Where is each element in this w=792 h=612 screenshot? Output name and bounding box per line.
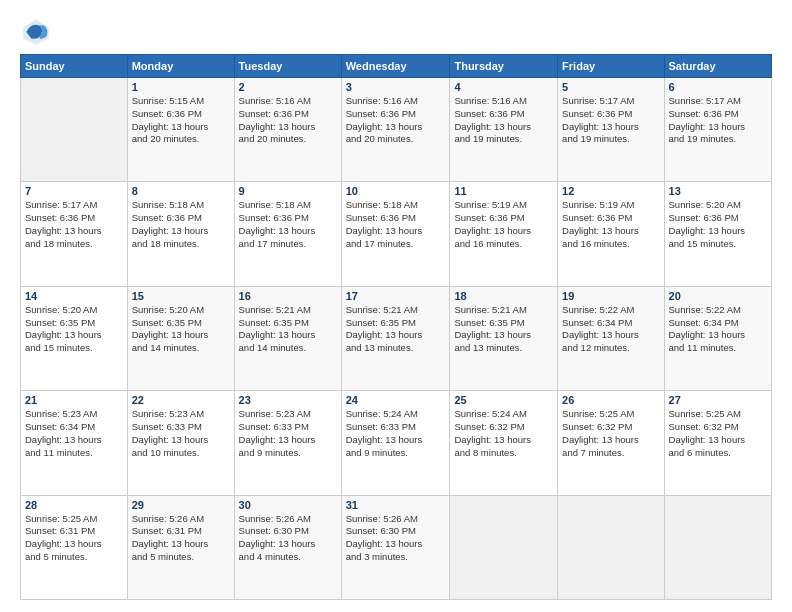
calendar-cell: 22Sunrise: 5:23 AM Sunset: 6:33 PM Dayli… xyxy=(127,391,234,495)
day-number: 27 xyxy=(669,394,767,406)
day-info: Sunrise: 5:21 AM Sunset: 6:35 PM Dayligh… xyxy=(239,304,337,355)
day-number: 5 xyxy=(562,81,659,93)
day-number: 19 xyxy=(562,290,659,302)
day-info: Sunrise: 5:26 AM Sunset: 6:30 PM Dayligh… xyxy=(239,513,337,564)
calendar-cell: 9Sunrise: 5:18 AM Sunset: 6:36 PM Daylig… xyxy=(234,182,341,286)
calendar-cell: 2Sunrise: 5:16 AM Sunset: 6:36 PM Daylig… xyxy=(234,78,341,182)
day-info: Sunrise: 5:18 AM Sunset: 6:36 PM Dayligh… xyxy=(239,199,337,250)
calendar-cell xyxy=(450,495,558,599)
page: SundayMondayTuesdayWednesdayThursdayFrid… xyxy=(0,0,792,612)
calendar-cell: 13Sunrise: 5:20 AM Sunset: 6:36 PM Dayli… xyxy=(664,182,771,286)
day-info: Sunrise: 5:24 AM Sunset: 6:32 PM Dayligh… xyxy=(454,408,553,459)
calendar-cell: 20Sunrise: 5:22 AM Sunset: 6:34 PM Dayli… xyxy=(664,286,771,390)
day-info: Sunrise: 5:21 AM Sunset: 6:35 PM Dayligh… xyxy=(346,304,446,355)
day-number: 4 xyxy=(454,81,553,93)
day-number: 18 xyxy=(454,290,553,302)
calendar-cell: 21Sunrise: 5:23 AM Sunset: 6:34 PM Dayli… xyxy=(21,391,128,495)
calendar-cell xyxy=(558,495,664,599)
calendar-cell: 14Sunrise: 5:20 AM Sunset: 6:35 PM Dayli… xyxy=(21,286,128,390)
day-info: Sunrise: 5:26 AM Sunset: 6:30 PM Dayligh… xyxy=(346,513,446,564)
day-number: 10 xyxy=(346,185,446,197)
calendar-cell: 24Sunrise: 5:24 AM Sunset: 6:33 PM Dayli… xyxy=(341,391,450,495)
calendar-cell: 18Sunrise: 5:21 AM Sunset: 6:35 PM Dayli… xyxy=(450,286,558,390)
calendar-cell: 27Sunrise: 5:25 AM Sunset: 6:32 PM Dayli… xyxy=(664,391,771,495)
day-number: 6 xyxy=(669,81,767,93)
calendar-cell xyxy=(21,78,128,182)
day-info: Sunrise: 5:16 AM Sunset: 6:36 PM Dayligh… xyxy=(454,95,553,146)
day-number: 14 xyxy=(25,290,123,302)
calendar-cell xyxy=(664,495,771,599)
calendar-cell: 29Sunrise: 5:26 AM Sunset: 6:31 PM Dayli… xyxy=(127,495,234,599)
day-header-saturday: Saturday xyxy=(664,55,771,78)
calendar-cell: 25Sunrise: 5:24 AM Sunset: 6:32 PM Dayli… xyxy=(450,391,558,495)
day-info: Sunrise: 5:16 AM Sunset: 6:36 PM Dayligh… xyxy=(346,95,446,146)
day-number: 22 xyxy=(132,394,230,406)
calendar-cell: 7Sunrise: 5:17 AM Sunset: 6:36 PM Daylig… xyxy=(21,182,128,286)
day-info: Sunrise: 5:20 AM Sunset: 6:36 PM Dayligh… xyxy=(669,199,767,250)
day-number: 31 xyxy=(346,499,446,511)
day-info: Sunrise: 5:18 AM Sunset: 6:36 PM Dayligh… xyxy=(346,199,446,250)
day-number: 15 xyxy=(132,290,230,302)
day-header-sunday: Sunday xyxy=(21,55,128,78)
day-info: Sunrise: 5:19 AM Sunset: 6:36 PM Dayligh… xyxy=(562,199,659,250)
day-number: 30 xyxy=(239,499,337,511)
calendar-week-1: 1Sunrise: 5:15 AM Sunset: 6:36 PM Daylig… xyxy=(21,78,772,182)
day-header-tuesday: Tuesday xyxy=(234,55,341,78)
calendar-week-2: 7Sunrise: 5:17 AM Sunset: 6:36 PM Daylig… xyxy=(21,182,772,286)
day-number: 29 xyxy=(132,499,230,511)
calendar-cell: 17Sunrise: 5:21 AM Sunset: 6:35 PM Dayli… xyxy=(341,286,450,390)
day-number: 7 xyxy=(25,185,123,197)
day-number: 26 xyxy=(562,394,659,406)
calendar-cell: 4Sunrise: 5:16 AM Sunset: 6:36 PM Daylig… xyxy=(450,78,558,182)
day-number: 24 xyxy=(346,394,446,406)
day-header-friday: Friday xyxy=(558,55,664,78)
day-info: Sunrise: 5:21 AM Sunset: 6:35 PM Dayligh… xyxy=(454,304,553,355)
calendar-cell: 5Sunrise: 5:17 AM Sunset: 6:36 PM Daylig… xyxy=(558,78,664,182)
day-header-thursday: Thursday xyxy=(450,55,558,78)
day-info: Sunrise: 5:23 AM Sunset: 6:33 PM Dayligh… xyxy=(132,408,230,459)
day-info: Sunrise: 5:22 AM Sunset: 6:34 PM Dayligh… xyxy=(669,304,767,355)
calendar-table: SundayMondayTuesdayWednesdayThursdayFrid… xyxy=(20,54,772,600)
day-info: Sunrise: 5:22 AM Sunset: 6:34 PM Dayligh… xyxy=(562,304,659,355)
day-number: 21 xyxy=(25,394,123,406)
calendar-cell: 26Sunrise: 5:25 AM Sunset: 6:32 PM Dayli… xyxy=(558,391,664,495)
calendar-cell: 28Sunrise: 5:25 AM Sunset: 6:31 PM Dayli… xyxy=(21,495,128,599)
day-info: Sunrise: 5:25 AM Sunset: 6:32 PM Dayligh… xyxy=(669,408,767,459)
day-info: Sunrise: 5:19 AM Sunset: 6:36 PM Dayligh… xyxy=(454,199,553,250)
calendar-week-5: 28Sunrise: 5:25 AM Sunset: 6:31 PM Dayli… xyxy=(21,495,772,599)
day-number: 20 xyxy=(669,290,767,302)
day-info: Sunrise: 5:20 AM Sunset: 6:35 PM Dayligh… xyxy=(132,304,230,355)
day-number: 23 xyxy=(239,394,337,406)
day-info: Sunrise: 5:26 AM Sunset: 6:31 PM Dayligh… xyxy=(132,513,230,564)
day-number: 1 xyxy=(132,81,230,93)
calendar-cell: 10Sunrise: 5:18 AM Sunset: 6:36 PM Dayli… xyxy=(341,182,450,286)
day-info: Sunrise: 5:24 AM Sunset: 6:33 PM Dayligh… xyxy=(346,408,446,459)
header xyxy=(20,16,772,48)
calendar-cell: 16Sunrise: 5:21 AM Sunset: 6:35 PM Dayli… xyxy=(234,286,341,390)
calendar-cell: 3Sunrise: 5:16 AM Sunset: 6:36 PM Daylig… xyxy=(341,78,450,182)
day-number: 12 xyxy=(562,185,659,197)
day-info: Sunrise: 5:17 AM Sunset: 6:36 PM Dayligh… xyxy=(669,95,767,146)
day-info: Sunrise: 5:16 AM Sunset: 6:36 PM Dayligh… xyxy=(239,95,337,146)
calendar-cell: 23Sunrise: 5:23 AM Sunset: 6:33 PM Dayli… xyxy=(234,391,341,495)
day-info: Sunrise: 5:17 AM Sunset: 6:36 PM Dayligh… xyxy=(562,95,659,146)
calendar-week-4: 21Sunrise: 5:23 AM Sunset: 6:34 PM Dayli… xyxy=(21,391,772,495)
day-info: Sunrise: 5:17 AM Sunset: 6:36 PM Dayligh… xyxy=(25,199,123,250)
calendar-cell: 6Sunrise: 5:17 AM Sunset: 6:36 PM Daylig… xyxy=(664,78,771,182)
calendar-cell: 8Sunrise: 5:18 AM Sunset: 6:36 PM Daylig… xyxy=(127,182,234,286)
day-number: 17 xyxy=(346,290,446,302)
calendar-cell: 30Sunrise: 5:26 AM Sunset: 6:30 PM Dayli… xyxy=(234,495,341,599)
day-info: Sunrise: 5:23 AM Sunset: 6:34 PM Dayligh… xyxy=(25,408,123,459)
day-header-monday: Monday xyxy=(127,55,234,78)
calendar-cell: 31Sunrise: 5:26 AM Sunset: 6:30 PM Dayli… xyxy=(341,495,450,599)
day-info: Sunrise: 5:23 AM Sunset: 6:33 PM Dayligh… xyxy=(239,408,337,459)
day-number: 8 xyxy=(132,185,230,197)
day-info: Sunrise: 5:15 AM Sunset: 6:36 PM Dayligh… xyxy=(132,95,230,146)
calendar-cell: 15Sunrise: 5:20 AM Sunset: 6:35 PM Dayli… xyxy=(127,286,234,390)
day-number: 9 xyxy=(239,185,337,197)
day-number: 11 xyxy=(454,185,553,197)
day-number: 2 xyxy=(239,81,337,93)
day-number: 3 xyxy=(346,81,446,93)
calendar-week-3: 14Sunrise: 5:20 AM Sunset: 6:35 PM Dayli… xyxy=(21,286,772,390)
day-number: 25 xyxy=(454,394,553,406)
